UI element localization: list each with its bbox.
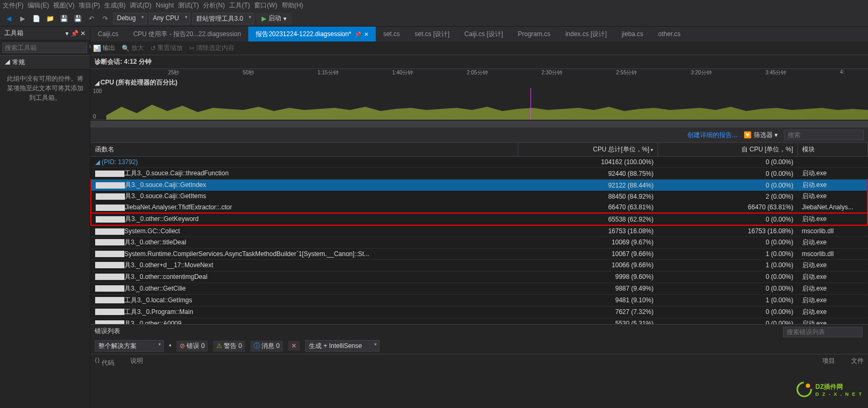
table-row[interactable]: System.GC::Collect 16753 (16.08%) 16753 … bbox=[91, 225, 867, 236]
file-tab[interactable]: CPU 使用率 - 报告20...22.diagsession bbox=[126, 27, 249, 41]
menu-item[interactable]: 窗口(W) bbox=[254, 1, 277, 10]
menu-item[interactable]: 分析(N) bbox=[203, 1, 225, 10]
table-row[interactable]: 具3._0.other::GetKeyword 65538 (62.92%) 0… bbox=[91, 213, 867, 225]
col-function[interactable]: 函数名 bbox=[91, 143, 518, 157]
menu-item[interactable]: 项目(P) bbox=[79, 1, 100, 10]
timeline-tick: 1:40分钟 bbox=[392, 69, 413, 76]
table-row[interactable]: JiebaNet.Analyser.TfidfExtractor::.ctor … bbox=[91, 202, 867, 213]
main-toolbar: ◀ ▶ 📄 📁 💾 💾 ↶ ↷ Debug Any CPU 群站管理工具3.0 … bbox=[0, 11, 868, 27]
save-icon[interactable]: 💾 bbox=[58, 13, 70, 24]
y-axis-top: 100 bbox=[93, 88, 102, 94]
timeline-tick: 25秒 bbox=[168, 69, 179, 76]
timeline-tick: 3:45分钟 bbox=[765, 69, 786, 76]
file-tab[interactable]: Caiji.cs bbox=[90, 27, 126, 41]
output-button[interactable]: 📊 输出 bbox=[93, 44, 115, 53]
menu-item[interactable]: 编辑(E) bbox=[28, 1, 49, 10]
sidebar-section-general[interactable]: ◢ 常规 bbox=[0, 56, 90, 70]
time-marker[interactable] bbox=[530, 88, 531, 120]
reset-zoom-button[interactable]: ↺ 重置缩放 bbox=[150, 44, 183, 53]
sidebar: 工具箱 ▾ 📌 ✕ 🔍 ◢ 常规 此组中没有可用的控件。将某项拖至此文本可将其添… bbox=[0, 27, 90, 408]
clear-button[interactable]: ✂ 清除选定内容 bbox=[189, 44, 234, 53]
filter-button[interactable]: 🔽 筛选器 ▾ bbox=[744, 131, 778, 140]
error-panel-title: 错误列表 bbox=[95, 327, 120, 336]
col-module[interactable]: 模块 bbox=[798, 143, 868, 157]
cpu-chart[interactable]: 100 0 bbox=[90, 88, 868, 120]
start-button[interactable]: ▶启动 ▾ bbox=[256, 13, 292, 24]
save-all-icon[interactable]: 💾 bbox=[72, 13, 83, 24]
errors-badge[interactable]: ⊘错误 0 bbox=[176, 341, 208, 352]
menu-item[interactable]: 生成(B) bbox=[104, 1, 125, 10]
timeline-tick: 1:15分钟 bbox=[317, 69, 338, 76]
table-row[interactable]: 具3._0.other::contentimgDeal 9998 (9.60%)… bbox=[91, 271, 867, 283]
col-cpu-total[interactable]: CPU 总计[单位，%] bbox=[518, 143, 658, 157]
col-code[interactable]: ⟨⟩ 代码 bbox=[95, 356, 114, 368]
filter-row: 创建详细的报告... 🔽 筛选器 ▾ bbox=[90, 128, 868, 143]
cpu-table[interactable]: 函数名 CPU 总计[单位，%] 自 CPU [单位，%] 模块 ◢ (PID:… bbox=[90, 143, 868, 324]
platform-dropdown[interactable]: Any CPU bbox=[149, 13, 190, 24]
menu-item[interactable]: Nsight bbox=[156, 2, 174, 9]
error-panel: 错误列表 整个解决方案 • ⊘错误 0 ⚠警告 0 ⓘ消息 0 ✕ 生成 + I… bbox=[90, 324, 868, 408]
col-self-cpu[interactable]: 自 CPU [单位，%] bbox=[658, 143, 798, 157]
config-dropdown[interactable]: Debug bbox=[113, 13, 147, 24]
timeline-tick: 3:20分钟 bbox=[690, 69, 711, 76]
file-tab[interactable]: Caiji.cs [设计] bbox=[457, 27, 511, 41]
new-icon[interactable]: 📄 bbox=[30, 13, 42, 24]
col-desc[interactable]: 说明 bbox=[130, 356, 143, 368]
file-tab[interactable]: Program.cs bbox=[510, 27, 558, 41]
sidebar-search: 🔍 bbox=[0, 40, 90, 56]
chart-label: ◢ CPU (所有处理器的百分比) bbox=[90, 77, 868, 88]
messages-badge[interactable]: ⓘ消息 0 bbox=[250, 341, 283, 352]
svg-point-1 bbox=[806, 384, 810, 388]
file-tab[interactable]: set.cs [设计] bbox=[407, 27, 457, 41]
file-tab[interactable]: index.cs [设计] bbox=[558, 27, 614, 41]
toolbox-search-input[interactable] bbox=[2, 42, 87, 53]
scope-dropdown[interactable]: 整个解决方案 bbox=[95, 340, 164, 352]
table-row[interactable]: 具3._0.souce.Caiji::GetIndex 92122 (88.44… bbox=[91, 180, 867, 191]
sidebar-empty-text: 此组中没有可用的控件。将某项拖至此文本可将其添加到工具箱。 bbox=[0, 70, 90, 107]
file-tab[interactable]: 报告20231224-1222.diagsession*📌✕ bbox=[248, 27, 375, 41]
table-row[interactable]: 具3._0.other+d__17::MoveNext 10066 (9.66%… bbox=[91, 259, 867, 271]
table-row[interactable]: 具3._0.souce.Caiji::GetItems 88450 (84.92… bbox=[91, 191, 867, 202]
menu-item[interactable]: 测试(T) bbox=[178, 1, 199, 10]
y-axis-bottom: 0 bbox=[93, 114, 96, 120]
menu-item[interactable]: 调试(D) bbox=[130, 1, 151, 10]
menu-item[interactable]: 视图(V) bbox=[53, 1, 74, 10]
menu-item[interactable]: 工具(T) bbox=[229, 1, 250, 10]
build-dropdown[interactable]: 生成 + IntelliSense bbox=[305, 340, 380, 352]
close-icon[interactable]: ✕ bbox=[364, 31, 368, 37]
menu-item[interactable]: 帮助(H) bbox=[282, 1, 304, 10]
error-search-input[interactable] bbox=[783, 327, 863, 337]
table-search-input[interactable] bbox=[784, 130, 864, 140]
forward-icon: ▶ bbox=[16, 13, 28, 24]
table-row[interactable]: 工具3._0.Program::Main 7627 (7.32%) 0 (0.0… bbox=[91, 306, 867, 318]
col-project[interactable]: 项目 bbox=[822, 356, 835, 368]
menu-item[interactable]: 文件(F) bbox=[3, 1, 23, 10]
file-tab[interactable]: jieba.cs bbox=[614, 27, 651, 41]
table-row[interactable]: System.Runtime.CompilerServices.AsyncTas… bbox=[91, 248, 867, 259]
timeline-tick: 4: bbox=[840, 69, 844, 75]
pin-icon[interactable]: 📌 bbox=[355, 31, 361, 37]
col-file[interactable]: 文件 bbox=[851, 356, 864, 368]
file-tab[interactable]: set.cs bbox=[376, 27, 407, 41]
timeline[interactable]: 25秒50秒1:15分钟1:40分钟2:05分钟2:30分钟2:55分钟3:20… bbox=[90, 69, 868, 77]
timeline-tick: 50秒 bbox=[243, 69, 254, 76]
project-dropdown[interactable]: 群站管理工具3.0 bbox=[192, 13, 255, 24]
file-tab[interactable]: other.cs bbox=[651, 27, 688, 41]
undo-icon[interactable]: ↶ bbox=[86, 13, 97, 24]
table-row[interactable]: 具3._0.other::titleDeal 10069 (9.67%) 0 (… bbox=[91, 236, 867, 248]
table-row[interactable]: ◢ (PID: 13792) 104162 (100.00%) 0 (0.00%… bbox=[91, 157, 867, 168]
redo-icon[interactable]: ↷ bbox=[99, 13, 111, 24]
table-row[interactable]: 具3._0.other::A0009 5530 (5.31%) 0 (0.00%… bbox=[91, 318, 867, 324]
pin-icon[interactable]: ▾ 📌 ✕ bbox=[65, 30, 86, 37]
warnings-badge[interactable]: ⚠警告 0 bbox=[213, 341, 245, 352]
table-row[interactable]: 工具3._0.local::GetImgs 9481 (9.10%) 1 (0.… bbox=[91, 294, 867, 306]
detail-report-link[interactable]: 创建详细的报告... bbox=[687, 131, 737, 140]
zoom-in-button[interactable]: 🔍 放大 bbox=[122, 44, 144, 53]
open-icon[interactable]: 📁 bbox=[44, 13, 56, 24]
chart-scrollbar[interactable] bbox=[90, 120, 868, 128]
table-row[interactable]: 工具3._0.souce.Caiji::threadFunction 92440… bbox=[91, 168, 867, 180]
timeline-tick: 2:05分钟 bbox=[467, 69, 487, 76]
msg-toggle[interactable]: ✕ bbox=[288, 341, 300, 351]
back-icon[interactable]: ◀ bbox=[3, 13, 14, 24]
table-row[interactable]: 具3._0.other::GetCilie 9887 (9.49%) 0 (0.… bbox=[91, 283, 867, 294]
